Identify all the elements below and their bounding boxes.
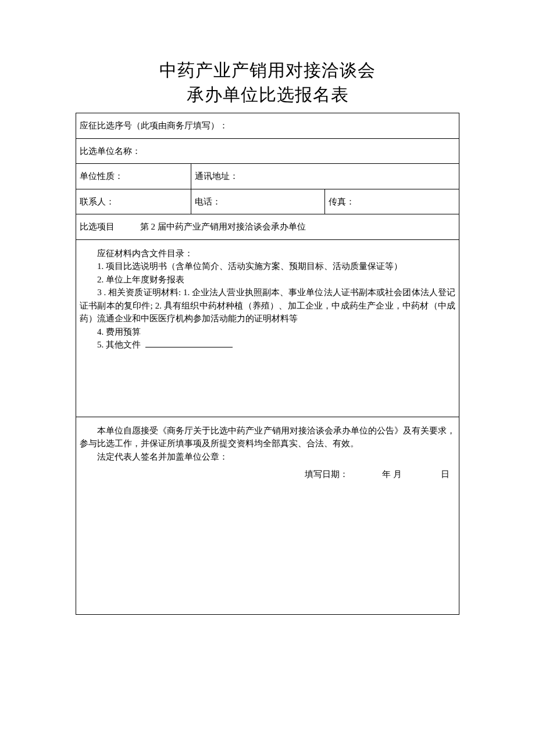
unit-name-cell[interactable]: 比选单位名称：: [76, 138, 459, 164]
title-line-1: 中药产业产销用对接洽谈会: [76, 58, 459, 83]
date-year-month: 年 月: [382, 468, 402, 481]
materials-item-5-wrapper: 5. 其他文件: [80, 338, 455, 352]
date-day: 日: [441, 468, 450, 481]
materials-item-2: 2. 单位上年度财务报表: [80, 273, 455, 286]
materials-item-3: 3 . 相关资质证明材料: 1. 企业法人营业执照副本、事业单位法人证书副本或社…: [80, 286, 455, 325]
form-title: 中药产业产销用对接洽谈会 承办单位比选报名表: [76, 58, 459, 107]
registration-form-table: 应征比选序号（此项由商务厅填写）： 比选单位名称： 单位性质： 通讯地址： 联系…: [76, 113, 459, 615]
row-contact-phone-fax: 联系人： 电话： 传真：: [76, 189, 459, 214]
sequence-number-cell[interactable]: 应征比选序号（此项由商务厅填写）：: [76, 113, 459, 139]
row-project: 比选项目 第 2 届中药产业产销用对接洽谈会承办单位: [76, 214, 459, 240]
materials-cell: 应征材料内含文件目录： 1. 项目比选说明书（含单位简介、活动实施方案、预期目标…: [76, 239, 459, 417]
other-files-blank[interactable]: [145, 339, 233, 347]
materials-item-4: 4. 费用预算: [80, 325, 455, 339]
fax-cell[interactable]: 传真：: [325, 189, 459, 214]
date-label: 填写日期：: [305, 468, 348, 481]
materials-heading: 应征材料内含文件目录：: [80, 247, 455, 260]
materials-spacer: [80, 352, 455, 410]
project-cell: 比选项目 第 2 届中药产业产销用对接洽谈会承办单位: [76, 214, 459, 240]
unit-type-cell[interactable]: 单位性质：: [76, 164, 191, 189]
date-line: 填写日期： 年 月 日: [80, 468, 455, 481]
materials-item-3-text: 3 . 相关资质证明材料: 1. 企业法人营业执照副本、事业单位法人证书副本或社…: [80, 288, 455, 323]
title-line-2: 承办单位比选报名表: [76, 83, 459, 107]
address-cell[interactable]: 通讯地址：: [191, 164, 459, 189]
materials-item-1: 1. 项目比选说明书（含单位简介、活动实施方案、预期目标、活动质量保证等）: [80, 260, 455, 273]
phone-cell[interactable]: 电话：: [191, 189, 325, 214]
contact-cell[interactable]: 联系人：: [76, 189, 191, 214]
row-sequence-number: 应征比选序号（此项由商务厅填写）：: [76, 113, 459, 139]
row-unit-type-address: 单位性质： 通讯地址：: [76, 164, 459, 189]
row-materials: 应征材料内含文件目录： 1. 项目比选说明书（含单位简介、活动实施方案、预期目标…: [76, 239, 459, 417]
row-declaration: 本单位自愿接受《商务厅关于比选中药产业产销用对接洽谈会承办单位的公告》及有关要求…: [76, 417, 459, 614]
declaration-text-inner: 本单位自愿接受《商务厅关于比选中药产业产销用对接洽谈会承办单位的公告》及有关要求…: [80, 426, 455, 449]
project-label: 比选项目: [80, 220, 132, 234]
materials-item-5-label: 5. 其他文件: [97, 340, 141, 349]
row-unit-name: 比选单位名称：: [76, 138, 459, 164]
declaration-text: 本单位自愿接受《商务厅关于比选中药产业产销用对接洽谈会承办单位的公告》及有关要求…: [80, 426, 455, 449]
project-value: 第 2 届中药产业产销用对接洽谈会承办单位: [134, 220, 306, 234]
declaration-cell: 本单位自愿接受《商务厅关于比选中药产业产销用对接洽谈会承办单位的公告》及有关要求…: [76, 417, 459, 614]
signature-label: 法定代表人签名并加盖单位公章：: [80, 450, 455, 464]
